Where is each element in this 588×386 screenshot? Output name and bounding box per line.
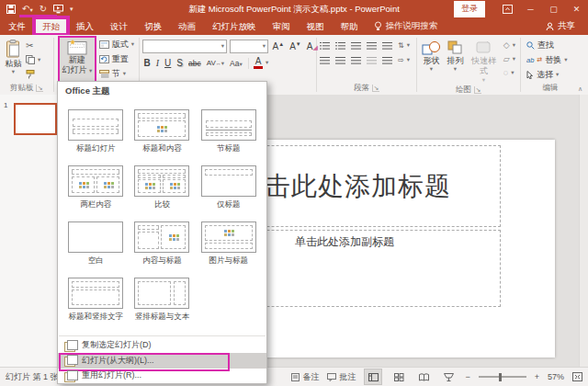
customize-qat-icon[interactable]: ▾: [70, 6, 74, 12]
align-right-button[interactable]: [351, 56, 361, 64]
underline-button[interactable]: U: [164, 58, 173, 68]
arrange-icon: [447, 40, 464, 56]
text-direction-button[interactable]: ⇅▾: [398, 40, 410, 50]
increase-indent-button[interactable]: [367, 41, 377, 50]
slide-thumbnail[interactable]: [14, 103, 57, 135]
signin-button[interactable]: 登录: [454, 1, 485, 17]
tab-insert[interactable]: 插入: [68, 17, 102, 35]
menu-item-duplicate-slides[interactable]: 复制选定幻灯片(D): [58, 338, 266, 354]
cut-button[interactable]: ✂: [26, 39, 40, 51]
reset-button[interactable]: 重置: [99, 52, 134, 65]
paste-button[interactable]: 粘贴 ▾: [3, 38, 24, 77]
smartart-convert-button[interactable]: ⇨▾: [398, 55, 410, 64]
layout-picture-with-caption[interactable]: 图片与标题: [201, 221, 256, 267]
ribbon-display-options-icon[interactable]: [496, 0, 519, 17]
line-spacing-button[interactable]: [382, 41, 392, 50]
menu-item-reuse-slides[interactable]: 重用幻灯片(R)...: [58, 369, 266, 384]
tab-help[interactable]: 帮助: [333, 17, 367, 35]
align-center-button[interactable]: [335, 56, 345, 64]
dialog-launcher-icon[interactable]: ↘: [36, 85, 43, 92]
notes-button[interactable]: 备注: [291, 371, 319, 383]
zoom-slider-handle[interactable]: [499, 373, 503, 381]
layout-button[interactable]: 版式▾: [99, 38, 134, 51]
zoom-in-button[interactable]: +: [535, 372, 539, 381]
replace-button[interactable]: ab⇄替换▾: [526, 53, 567, 66]
bold-button[interactable]: B: [142, 58, 152, 68]
dialog-launcher-icon[interactable]: ↘: [372, 85, 379, 92]
minimize-button[interactable]: ─: [519, 0, 542, 17]
select-button[interactable]: 选择▾: [526, 68, 559, 81]
zoom-out-button[interactable]: −: [465, 372, 469, 381]
font-name-combo[interactable]: ▾: [142, 40, 227, 53]
fit-slide-to-window-button[interactable]: [572, 372, 582, 381]
shapes-icon: [422, 40, 441, 56]
change-case-button[interactable]: Aa▾: [229, 59, 244, 68]
collapse-ribbon-icon[interactable]: ∧: [578, 85, 582, 93]
layout-comparison[interactable]: 比较: [134, 165, 189, 210]
close-button[interactable]: ✕: [565, 0, 588, 17]
layout-title-slide[interactable]: 标题幻灯片: [68, 109, 123, 154]
reading-view-button[interactable]: [415, 369, 432, 384]
shape-fill-button[interactable]: ◇▾: [503, 39, 515, 51]
layout-title-and-content[interactable]: 标题和内容: [134, 109, 189, 154]
vertical-scrollbar[interactable]: [579, 95, 588, 368]
tab-design[interactable]: 设计: [102, 17, 136, 35]
layout-title-only[interactable]: 仅标题: [201, 165, 256, 210]
shape-effects-button[interactable]: ◌▾: [503, 66, 515, 79]
tab-file[interactable]: 文件: [0, 17, 34, 35]
font-size-combo[interactable]: ▾: [230, 40, 268, 53]
section-button[interactable]: 节▾: [99, 67, 134, 80]
slide-sorter-view-button[interactable]: [390, 369, 407, 384]
comments-button[interactable]: 批注: [327, 371, 356, 383]
quick-styles-button[interactable]: 快速样式▾: [468, 38, 500, 85]
tab-transitions[interactable]: 切换: [136, 17, 170, 35]
share-button[interactable]: 共享: [546, 20, 588, 32]
numbering-button[interactable]: [335, 41, 345, 50]
new-slide-button[interactable]: 新建 幻灯片 ▾: [60, 38, 95, 82]
decrease-font-size-button[interactable]: A▼: [288, 41, 303, 51]
copy-button[interactable]: ▾: [26, 53, 40, 66]
font-color-button[interactable]: A: [254, 57, 263, 69]
shapes-button[interactable]: 形状▾: [420, 38, 443, 74]
undo-icon[interactable]: ↶▾: [22, 5, 33, 14]
layout-section-header[interactable]: 节标题: [201, 109, 256, 154]
start-slideshow-icon[interactable]: [53, 5, 63, 14]
format-painter-button[interactable]: [26, 68, 40, 81]
menu-item-slides-from-outline[interactable]: 幻灯片(从大纲)(L)...: [58, 353, 266, 369]
layout-content-with-caption[interactable]: 内容与标题: [134, 221, 189, 267]
justify-button[interactable]: [367, 56, 377, 64]
maximize-button[interactable]: ▢: [542, 0, 565, 17]
tab-slideshow[interactable]: 幻灯片放映: [204, 17, 265, 35]
dialog-launcher-icon[interactable]: ↘: [474, 86, 481, 94]
tab-view[interactable]: 视图: [299, 17, 333, 35]
layout-title-and-vertical-text[interactable]: 标题和竖排文字: [68, 278, 123, 323]
text-shadow-button[interactable]: S: [175, 58, 185, 68]
zoom-level[interactable]: 57%: [548, 372, 564, 381]
redo-icon[interactable]: ↻: [40, 5, 47, 14]
layout-vertical-title-and-text[interactable]: 竖排标题与文本: [134, 278, 189, 323]
increase-font-size-button[interactable]: A▲: [271, 41, 286, 51]
tab-review[interactable]: 审阅: [265, 17, 299, 35]
tab-animations[interactable]: 动画: [170, 17, 204, 35]
save-icon[interactable]: [6, 5, 16, 14]
italic-button[interactable]: I: [154, 58, 160, 68]
arrange-button[interactable]: 排列▾: [445, 38, 466, 74]
character-spacing-button[interactable]: AV↔▾: [205, 59, 225, 67]
notes-icon: [291, 373, 300, 381]
shape-outline-button[interactable]: ▱▾: [503, 52, 515, 65]
align-left-button[interactable]: [320, 56, 330, 64]
layout-two-content[interactable]: 两栏内容: [68, 165, 123, 210]
strikethrough-button[interactable]: abc: [187, 59, 202, 68]
bullets-button[interactable]: [320, 41, 330, 50]
dropdown-caret-icon[interactable]: ▾: [266, 60, 268, 66]
normal-view-button[interactable]: [364, 369, 382, 385]
layout-blank[interactable]: 空白: [68, 221, 123, 267]
slideshow-view-button[interactable]: [440, 369, 457, 384]
columns-button[interactable]: [382, 56, 392, 64]
decrease-indent-button[interactable]: [351, 41, 361, 50]
tellme-box[interactable]: 操作说明搜索: [374, 20, 438, 32]
dropdown-header: Office 主题: [58, 82, 266, 98]
tab-home[interactable]: 开始: [34, 17, 68, 35]
zoom-slider[interactable]: [479, 376, 526, 378]
find-button[interactable]: 查找: [526, 39, 554, 51]
